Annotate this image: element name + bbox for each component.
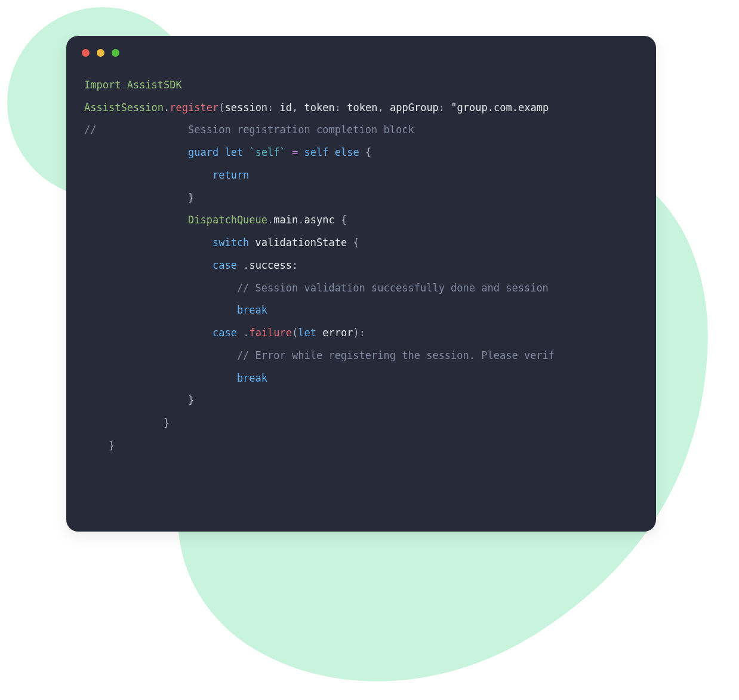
- code-line-11: break: [84, 304, 267, 316]
- code-line-6: }: [84, 192, 194, 204]
- open-brace: {: [341, 214, 347, 226]
- string-literal: "group.com.examp: [451, 102, 549, 113]
- param-value: id: [280, 102, 292, 113]
- dot: .: [164, 102, 170, 113]
- ident-self: self: [304, 146, 329, 158]
- space: [445, 102, 451, 113]
- space: [273, 102, 279, 113]
- code-line-17: }: [84, 440, 115, 452]
- ident-main: main: [273, 214, 298, 226]
- dot: .: [243, 259, 249, 271]
- keyword-break: break: [237, 304, 267, 316]
- comment-slashes: //: [84, 124, 96, 136]
- colon: :: [292, 259, 298, 271]
- keyword-break: break: [237, 372, 267, 384]
- close-brace: }: [109, 440, 115, 452]
- code-line-12: case .failure(let error):: [84, 327, 365, 339]
- open-paren: (: [218, 102, 224, 113]
- comment-text: // Error while registering the session. …: [237, 349, 555, 361]
- keyword-switch: switch: [213, 237, 249, 248]
- ident-self-backtick: `self`: [249, 146, 285, 158]
- dot: .: [243, 327, 249, 339]
- colon: :: [267, 102, 273, 113]
- traffic-light-close-icon[interactable]: [82, 49, 90, 57]
- keyword-case: case: [213, 259, 237, 271]
- close-brace: }: [188, 192, 194, 204]
- dot: .: [298, 214, 304, 226]
- code-block: Import AssistSDK AssistSession.register(…: [66, 69, 656, 475]
- ident-validationstate: validationState: [255, 237, 347, 248]
- window-titlebar: [66, 36, 656, 69]
- param-value: token: [347, 102, 377, 113]
- space: [384, 102, 390, 113]
- keyword-let: let: [298, 327, 316, 339]
- module-name: AssistSDK: [127, 79, 182, 91]
- code-line-7: DispatchQueue.main.async {: [84, 214, 347, 226]
- close-brace: }: [188, 394, 194, 406]
- ident-failure: failure: [249, 327, 292, 339]
- colon: :: [439, 102, 445, 113]
- keyword-let: let: [224, 146, 243, 158]
- method-name: register: [170, 102, 218, 113]
- class-dispatchqueue: DispatchQueue: [188, 214, 267, 226]
- code-line-4: guard let `self` = self else {: [84, 146, 371, 158]
- colon: :: [335, 102, 341, 113]
- param-label: appGroup: [390, 102, 439, 113]
- keyword-else: else: [335, 146, 359, 158]
- colon: :: [359, 327, 365, 339]
- param-label: token: [304, 102, 335, 113]
- code-line-15: }: [84, 394, 194, 406]
- code-line-3: // Session registration completion block: [84, 124, 414, 136]
- code-line-16: }: [84, 417, 170, 429]
- traffic-light-zoom-icon[interactable]: [112, 49, 119, 57]
- ident-error: error: [322, 327, 353, 339]
- close-brace: }: [164, 417, 170, 429]
- class-name: AssistSession: [84, 102, 164, 113]
- code-window: Import AssistSDK AssistSession.register(…: [66, 36, 656, 532]
- operator-equals: =: [292, 146, 298, 158]
- keyword-guard: guard: [188, 146, 218, 158]
- code-line-9: case .success:: [84, 259, 298, 271]
- close-paren: ): [353, 327, 359, 339]
- space: [298, 102, 304, 113]
- dot: .: [267, 214, 273, 226]
- code-line-10: // Session validation successfully done …: [84, 282, 549, 294]
- code-line-14: break: [84, 372, 267, 384]
- code-line-8: switch validationState {: [84, 237, 359, 248]
- open-brace: {: [365, 146, 371, 158]
- param-label: session: [224, 102, 267, 113]
- keyword-return: return: [213, 169, 249, 181]
- keyword-import: Import: [84, 79, 121, 91]
- code-line-5: return: [84, 169, 249, 181]
- traffic-light-minimize-icon[interactable]: [97, 49, 104, 57]
- code-line-13: // Error while registering the session. …: [84, 349, 555, 361]
- space: [341, 102, 347, 113]
- code-line-1: Import AssistSDK: [84, 79, 182, 91]
- open-brace: {: [353, 237, 359, 248]
- keyword-case: case: [213, 327, 237, 339]
- comma: ,: [292, 102, 298, 113]
- code-line-2: AssistSession.register(session: id, toke…: [84, 102, 549, 113]
- comment-text: Session registration completion block: [188, 124, 414, 136]
- open-paren: (: [292, 327, 298, 339]
- ident-success: success: [249, 259, 292, 271]
- comment-text: // Session validation successfully done …: [237, 282, 549, 294]
- ident-async: async: [304, 214, 335, 226]
- comma: ,: [377, 102, 383, 113]
